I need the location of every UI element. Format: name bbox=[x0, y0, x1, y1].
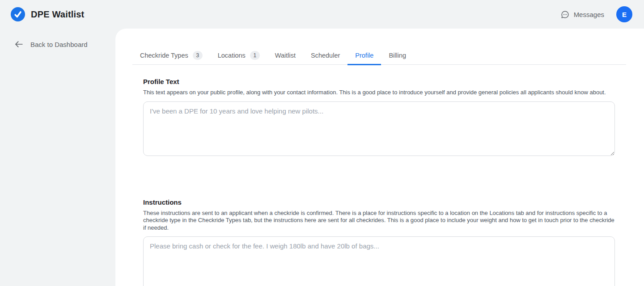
back-to-dashboard-label: Back to Dashboard bbox=[30, 41, 88, 48]
instructions-section: Instructions These instructions are sent… bbox=[143, 198, 615, 286]
tab-checkride-types[interactable]: Checkride Types 3 bbox=[132, 46, 210, 64]
profile-text-textarea[interactable] bbox=[143, 101, 615, 156]
tab-label: Waitlist bbox=[275, 52, 296, 59]
profile-text-title: Profile Text bbox=[143, 77, 615, 86]
main-content-card: Checkride Types 3 Locations 1 Waitlist S… bbox=[115, 29, 644, 286]
back-to-dashboard-link[interactable]: Back to Dashboard bbox=[0, 39, 90, 50]
tab-locations[interactable]: Locations 1 bbox=[210, 46, 267, 64]
avatar-initial: E bbox=[622, 11, 627, 18]
tab-label: Profile bbox=[355, 52, 373, 59]
messages-label: Messages bbox=[574, 11, 604, 18]
tab-waitlist[interactable]: Waitlist bbox=[267, 46, 303, 64]
tab-bar: Checkride Types 3 Locations 1 Waitlist S… bbox=[132, 46, 626, 65]
page-body: Back to Dashboard Checkride Types 3 Loca… bbox=[0, 29, 644, 286]
profile-tab-panel: Profile Text This text appears on your p… bbox=[115, 65, 644, 286]
app-logo-icon bbox=[11, 7, 25, 21]
tab-label: Locations bbox=[218, 52, 246, 59]
chat-bubble-icon bbox=[560, 10, 570, 19]
tab-scheduler[interactable]: Scheduler bbox=[303, 46, 347, 64]
sidebar: Back to Dashboard bbox=[0, 29, 115, 286]
app-header: DPE Waitlist Messages E bbox=[0, 0, 644, 29]
tab-label: Checkride Types bbox=[140, 52, 188, 59]
app-title: DPE Waitlist bbox=[31, 9, 84, 20]
instructions-title: Instructions bbox=[143, 198, 615, 207]
arrow-back-icon bbox=[14, 39, 24, 49]
messages-button[interactable]: Messages bbox=[560, 10, 604, 19]
profile-text-section: Profile Text This text appears on your p… bbox=[143, 77, 615, 156]
instructions-description: These instructions are sent to an applic… bbox=[143, 210, 615, 232]
tab-label: Billing bbox=[389, 52, 406, 59]
profile-text-description: This text appears on your public profile… bbox=[143, 89, 615, 97]
user-avatar[interactable]: E bbox=[616, 6, 632, 22]
tab-profile[interactable]: Profile bbox=[347, 46, 381, 64]
tab-billing[interactable]: Billing bbox=[381, 46, 414, 64]
tab-count-badge: 3 bbox=[193, 51, 203, 60]
tab-count-badge: 1 bbox=[250, 51, 260, 60]
instructions-textarea[interactable] bbox=[143, 236, 615, 286]
tab-label: Scheduler bbox=[311, 52, 340, 59]
